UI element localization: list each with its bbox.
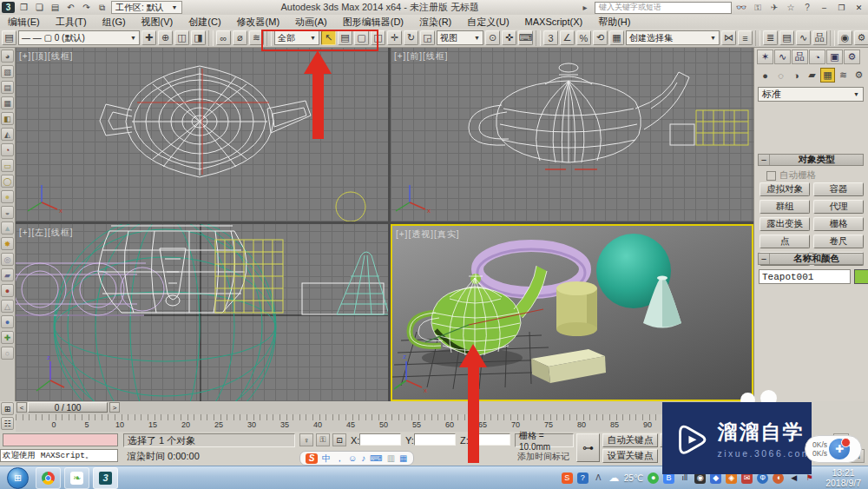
menu-item[interactable]: 渲染(R) <box>411 16 459 29</box>
menu-item[interactable]: 编辑(E) <box>0 16 48 29</box>
tray-weather-icon[interactable]: ☁ <box>608 472 620 484</box>
object-type-button[interactable]: 点 <box>760 235 810 248</box>
x-coordinate-input[interactable] <box>359 433 401 446</box>
box-tool-icon[interactable]: ▧ <box>1 65 14 78</box>
project-folder-button[interactable]: ⧉ <box>95 2 108 13</box>
material-editor-button[interactable]: ◉ <box>838 30 852 45</box>
sun-tool-icon[interactable]: ✸ <box>1 237 14 250</box>
object-type-button[interactable]: 露出变换 <box>760 217 810 231</box>
dish-tool-icon[interactable]: ◒ <box>1 206 14 219</box>
category-geometry[interactable]: ● <box>758 68 773 83</box>
max-logo-button[interactable]: 3 <box>2 2 15 13</box>
viewport-top[interactable]: [+][顶][线框] <box>16 48 388 221</box>
sogou-ime-icon[interactable]: S <box>306 453 318 464</box>
time-slider-thumb[interactable]: 0 / 100 <box>28 402 108 413</box>
category-space-warps[interactable]: ≋ <box>836 68 851 83</box>
track-bar[interactable]: 051015202530354045505560657075808590 <box>16 414 753 433</box>
set-keys-button[interactable]: ⊶ <box>576 433 600 462</box>
select-and-rotate-button[interactable]: ↻ <box>404 30 418 45</box>
pyramid-tool-icon[interactable]: △ <box>1 300 14 313</box>
taskbar-chrome-button[interactable] <box>36 467 61 489</box>
rollout-name-color[interactable]: − 名称和颜色 <box>758 253 864 265</box>
favorites-icon[interactable]: ☆ <box>784 2 798 13</box>
target-tool-icon[interactable]: ◎ <box>1 253 14 266</box>
add-time-tag-label[interactable]: 添加时间标记 <box>517 451 569 463</box>
sphere-tool-icon[interactable]: ○ <box>1 347 14 360</box>
close-button[interactable]: ✕ <box>852 2 866 13</box>
unlink-selection-icon[interactable]: ⌀ <box>233 30 247 45</box>
y-coordinate-input[interactable] <box>414 433 456 446</box>
mirror-button[interactable]: ⋈ <box>721 30 736 45</box>
set-current-layer-icon[interactable]: ◨ <box>191 30 206 45</box>
sign-in-icon[interactable]: ⚿ <box>751 2 765 13</box>
render-setup-button[interactable]: ⚙ <box>854 30 868 45</box>
align-button[interactable]: ≡ <box>738 30 753 45</box>
ball-red-tool-icon[interactable]: ● <box>1 284 14 297</box>
use-pivot-center-button[interactable]: ⊙ <box>485 30 500 45</box>
ime-voice-icon[interactable]: ♪ <box>361 453 365 463</box>
viewport-left-label[interactable]: [+][左][线框] <box>19 227 74 239</box>
collapse-icon[interactable]: − <box>759 155 770 165</box>
menu-item[interactable]: 动画(A) <box>287 16 335 29</box>
track-bar-filter-icon[interactable]: ☷ <box>1 417 14 430</box>
keyboard-override-button[interactable]: ⌨ <box>518 30 533 45</box>
isolate-selection-icon[interactable]: ♀ <box>299 433 313 446</box>
taskbar-green-app-button[interactable]: ❧ <box>64 467 89 489</box>
coordinate-system-dropdown[interactable]: 视图 ▼ <box>437 30 483 45</box>
selection-lock-icon[interactable]: ⚿ <box>316 433 330 446</box>
ball-blue-tool-icon[interactable]: ● <box>1 315 14 328</box>
ime-punct-icon[interactable]: ， <box>335 453 344 465</box>
open-file-button[interactable]: ❏ <box>33 2 46 13</box>
tab-display[interactable]: ▣ <box>826 50 843 64</box>
object-type-button[interactable]: 容器 <box>813 182 864 196</box>
tray-expand-icon[interactable]: ᐱ <box>593 472 604 484</box>
ime-skin-icon[interactable]: ▥ <box>387 453 395 463</box>
restore-button[interactable]: ❐ <box>834 2 849 13</box>
viewport-left[interactable]: [+][左][线框] <box>16 224 388 401</box>
auto-key-button[interactable]: 自动关键点 <box>602 433 658 447</box>
angle-snap-button[interactable]: ∠ <box>560 30 575 45</box>
layer-dropdown[interactable]: — — ▢ 0 (默认) ▼ <box>18 30 140 45</box>
security-ball-icon[interactable]: ✚ <box>829 439 850 459</box>
minimize-button[interactable]: – <box>817 2 832 13</box>
ime-toolbox-icon[interactable]: ▦ <box>399 453 407 463</box>
communication-center-icon[interactable]: 👓 <box>734 2 748 13</box>
open-mini-listener-icon[interactable]: ⊞ <box>1 402 14 415</box>
select-and-scale-button[interactable]: ◲ <box>420 30 435 45</box>
category-helpers[interactable]: ▦ <box>820 68 835 83</box>
tab-create[interactable]: ✶ <box>757 50 773 64</box>
disc-tool-icon[interactable]: ◯ <box>1 175 14 188</box>
viewport-top-label[interactable]: [+][顶][线框] <box>19 50 74 63</box>
tab-modify[interactable]: ∿ <box>774 50 791 64</box>
autogrid-checkbox[interactable]: 自动栅格 <box>766 169 816 182</box>
snap-toggle-3d-button[interactable]: 3 <box>543 30 558 45</box>
object-type-button[interactable]: 栅格 <box>813 217 864 231</box>
viewport-front-label[interactable]: [+][前][线框] <box>394 50 449 63</box>
category-cameras[interactable]: ▰ <box>805 68 819 83</box>
menu-item[interactable]: 帮助(H) <box>590 16 638 29</box>
category-systems[interactable]: ⚙ <box>852 68 866 83</box>
curve-editor-button[interactable]: ∿ <box>796 30 811 45</box>
object-type-button[interactable]: 卷尺 <box>813 235 864 248</box>
category-lights[interactable]: ◑ <box>789 68 804 83</box>
lamp-tool-icon[interactable]: ▭ <box>1 159 14 172</box>
tray-help-icon[interactable]: ? <box>577 472 589 484</box>
menu-item[interactable]: 工具(T) <box>48 16 95 29</box>
paste-layer-icon[interactable]: ▤ <box>2 30 16 45</box>
undo-button[interactable]: ↶ <box>64 2 77 13</box>
category-shapes[interactable]: ◌ <box>773 68 788 83</box>
taskbar-clock[interactable]: 13:21 2018/9/7 <box>819 467 868 488</box>
shape-tool-icon[interactable]: ◔ <box>1 143 14 156</box>
new-file-button[interactable]: ❐ <box>17 2 30 13</box>
object-type-button[interactable]: 代理 <box>813 200 864 214</box>
slab-tool-icon[interactable]: ▰ <box>1 268 14 281</box>
collapse-icon[interactable]: − <box>759 254 770 264</box>
net-speed-widget[interactable]: 0K/s 0K/s ✚ <box>805 435 862 463</box>
help-search-input[interactable]: 键入关键字或短语 <box>595 2 732 14</box>
taskbar-3dsmax-button[interactable]: 3 <box>93 467 118 489</box>
plus-green-tool-icon[interactable]: ✚ <box>1 331 14 344</box>
object-type-button[interactable]: 群组 <box>760 200 810 214</box>
select-and-move-button[interactable]: ✛ <box>387 30 402 45</box>
edit-named-sets-button[interactable]: ▦ <box>609 30 624 45</box>
save-file-button[interactable]: ▤ <box>49 2 62 13</box>
